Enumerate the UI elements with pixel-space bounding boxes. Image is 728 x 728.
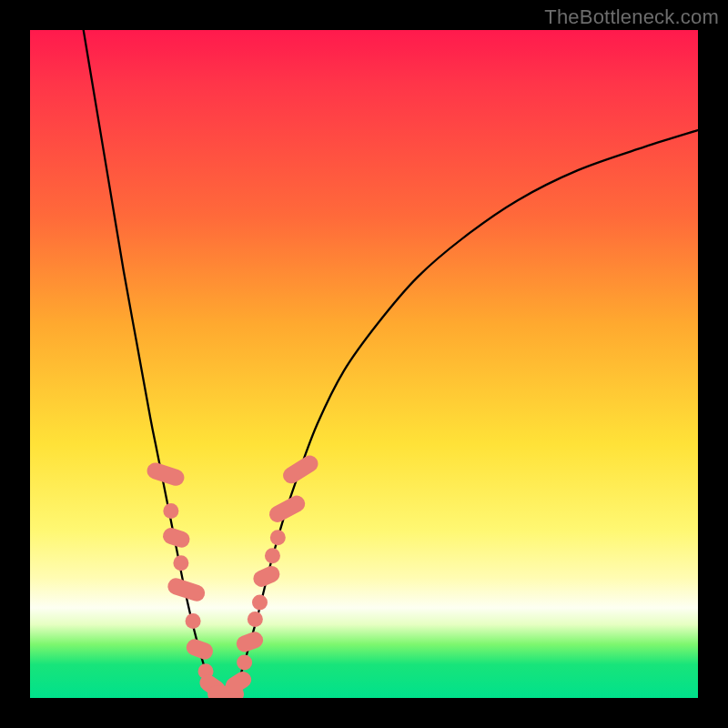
marker-point-15 (250, 563, 282, 590)
marker-point-19 (280, 452, 321, 487)
series-curves (84, 30, 698, 694)
marker-point-16 (265, 548, 280, 563)
marker-point-11 (237, 655, 252, 671)
watermark-text: TheBottleneck.com (544, 5, 719, 29)
marker-point-17 (270, 530, 286, 545)
marker-point-13 (248, 612, 263, 627)
marker-point-18 (267, 492, 308, 525)
marker-points (145, 452, 321, 698)
curve-layer (30, 30, 698, 698)
marker-point-2 (161, 526, 192, 550)
plot-area (30, 30, 698, 698)
marker-point-12 (234, 630, 265, 654)
series-right-branch (238, 130, 698, 684)
marker-point-0 (145, 460, 187, 488)
marker-point-5 (186, 613, 201, 629)
outer-frame: TheBottleneck.com (0, 0, 728, 728)
marker-point-6 (184, 637, 215, 662)
marker-point-3 (173, 555, 188, 571)
marker-point-1 (163, 503, 178, 519)
marker-point-14 (252, 595, 268, 611)
